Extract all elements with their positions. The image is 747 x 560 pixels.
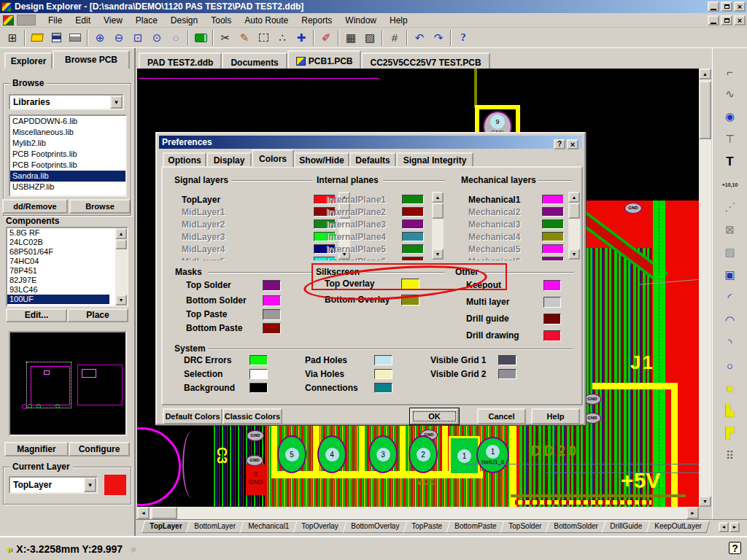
place-via-icon[interactable]: ◉ [721,108,740,125]
mdi-minimize-icon[interactable] [708,15,719,26]
zoom-pan-icon[interactable]: ◌ [166,29,185,47]
color-swatch[interactable] [542,195,564,204]
scroll-down-icon[interactable]: ▼ [115,295,127,306]
scroll-up-icon[interactable]: ▲ [699,69,711,79]
color-swatch[interactable] [249,355,268,365]
list-item[interactable]: 82J97E [7,276,127,285]
dialog-tab-display[interactable]: Display [206,152,252,167]
color-swatch[interactable] [402,207,424,217]
scroll-left-icon[interactable]: ◄ [137,507,150,519]
list-item-selected[interactable]: Sandra.lib [10,171,125,182]
list-item[interactable]: PCB Footprints.lib [10,149,125,160]
list-item[interactable]: Miscellaneous.lib [10,127,125,138]
components-scrollbar[interactable]: ▲ ▼ [115,228,127,306]
place-arc-angles-icon[interactable]: ◝ [721,334,740,351]
place-arc-edge-icon[interactable]: ◜ [721,289,740,306]
place-arc-center-icon[interactable]: ◠ [721,311,740,329]
color-swatch[interactable] [401,295,419,306]
color-swatch[interactable] [263,309,281,320]
browse-mode-select[interactable]: Libraries ▼ [9,94,124,110]
scroll-up-icon[interactable]: ▲ [115,228,127,239]
place-dimension-icon[interactable]: ⋰ [721,198,740,216]
menu-view[interactable]: View [97,13,129,28]
color-swatch[interactable] [263,323,281,334]
color-swatch[interactable] [401,279,419,289]
list-item[interactable]: 24LC02B [7,238,127,247]
scroll-up-icon[interactable]: ▲ [432,192,444,203]
color-swatch[interactable] [543,330,561,341]
menu-window[interactable]: Window [338,13,383,28]
zoom-window-icon[interactable]: ⊡ [128,29,147,47]
mdi-restore-icon[interactable] [721,15,732,26]
place-spline-icon[interactable]: ∿ [721,85,740,103]
menu-reports[interactable]: Reports [295,13,338,28]
doc-tab-active[interactable]: PCB1.PCB [287,50,362,69]
color-swatch[interactable] [542,232,564,241]
color-swatch[interactable] [374,383,392,393]
deselect-icon[interactable]: ∴ [273,29,292,47]
color-swatch[interactable] [402,232,424,241]
dialog-tab-colors-active[interactable]: Colors [252,149,294,167]
scrollbar-thumb[interactable] [151,507,177,519]
layer-tab[interactable]: BottomPaste [446,521,504,533]
place-component-icon[interactable]: ▣ [721,266,740,284]
chevron-down-icon[interactable]: ▼ [84,478,96,492]
horizontal-scrollbar[interactable]: ◄ ► [137,507,699,519]
color-swatch[interactable] [249,369,268,379]
edit-button[interactable]: Edit... [6,308,67,322]
footprint-preview[interactable] [9,331,127,436]
color-swatch[interactable] [249,383,268,393]
place-rectangle-icon[interactable]: ■ [721,379,740,397]
help-icon[interactable]: ? [454,29,473,47]
save-icon[interactable] [47,29,66,47]
color-swatch[interactable] [542,257,564,260]
select-marquee-icon[interactable] [254,29,273,47]
board-3d-icon[interactable]: ▨ [360,29,379,47]
color-swatch[interactable] [374,369,392,379]
color-swatch[interactable] [542,207,564,217]
pen-tool-icon[interactable]: ✎ [235,29,254,47]
color-swatch[interactable] [542,244,564,254]
layer-tab[interactable]: KeepOutLayer [646,521,710,533]
current-layer-select[interactable]: TopLayer ▼ [9,476,98,494]
color-swatch[interactable] [402,257,424,260]
current-layer-swatch[interactable] [104,475,126,495]
place-button[interactable]: Place [67,308,128,322]
board-view-icon[interactable]: ▦ [341,29,360,47]
tab-explorer[interactable]: Explorer [4,52,53,69]
add-remove-button[interactable]: dd/Remove [2,199,68,214]
color-swatch[interactable] [402,219,424,229]
balloon-help-icon[interactable]: ? [729,542,741,554]
list-item[interactable]: 5.8G RF [7,228,127,238]
help-button[interactable]: Help [531,408,580,424]
knife-tool-icon[interactable]: ✂ [216,29,235,47]
configure-button[interactable]: Configure [69,442,130,456]
default-colors-button[interactable]: Default Colors [163,408,222,424]
dialog-tab-show-hide[interactable]: Show/Hide [294,152,349,167]
components-list[interactable]: 5.8G RF 24LC02B 68P501/64F 74HC04 78P451… [6,227,128,307]
doc-tab[interactable]: Documents [222,52,287,69]
dialog-tab-signal-integrity[interactable]: Signal Integrity [396,152,473,167]
menu-design[interactable]: Design [164,13,204,28]
place-text-icon[interactable]: T [721,153,740,171]
color-swatch[interactable] [498,355,516,365]
place-pad-icon[interactable]: ⊤ [721,131,740,148]
cancel-button[interactable]: Cancel [477,408,526,424]
place-pad-array-icon[interactable]: ⠿ [721,447,740,464]
list-item-selected[interactable]: 100UF [7,295,109,304]
place-fill-icon[interactable]: ▨ [721,244,740,261]
layer-tab[interactable]: BottomSolder [545,521,605,533]
scroll-down-icon[interactable]: ▼ [699,496,711,507]
magnifier-button[interactable]: Magnifier [4,442,69,456]
doc-tab[interactable]: CC25V5CC25V7 TEST.PCB [361,52,489,69]
libraries-list[interactable]: CAPDDOWN-6.lib Miscellaneous.lib Mylib2.… [9,114,127,197]
scroll-down-icon[interactable]: ▼ [432,249,444,260]
place-split-plane-icon[interactable]: ▛ [721,424,740,442]
app-icon[interactable] [1,2,12,12]
menu-file[interactable]: File [42,13,69,28]
color-swatch[interactable] [263,280,281,291]
close-icon[interactable]: × [734,1,746,12]
wizard-wand-icon[interactable]: ✐ [317,29,336,47]
dialog-tab-options[interactable]: Options [163,152,206,167]
place-circle-icon[interactable]: ○ [721,357,740,374]
